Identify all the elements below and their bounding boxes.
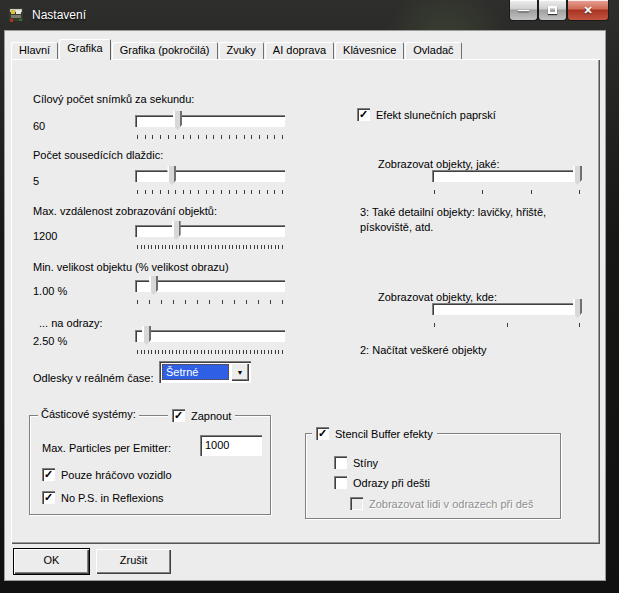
tab-grafika-pokro-il-[interactable]: Grafika (pokročilá) [112,42,218,60]
tab-strip: HlavníGrafikaGrafika (pokročilá)ZvukyAI … [11,39,463,60]
player-only-checkbox[interactable]: ✓ Pouze hráčovo vozidlo [42,468,172,481]
checkbox-label: Odrazy při dešti [353,477,430,489]
ok-button[interactable]: OK [14,549,89,574]
window-title: Nastavení [32,8,86,22]
slider-ticks [434,323,580,327]
slider-track[interactable] [135,115,285,127]
checkbox-box [350,497,363,510]
slider-ticks [137,245,283,249]
slider-thumb[interactable] [172,221,181,240]
slider-track[interactable] [432,303,582,315]
minimize-icon: — [518,4,529,16]
chevron-down-icon: ▼ [237,369,244,376]
slider-ticks [137,135,283,139]
title-bar[interactable]: Nastavení — ✕ [0,0,619,30]
objects-where-slider[interactable] [432,301,582,327]
checkbox-label: No P.S. in Reflexions [61,492,164,504]
tab-grafika[interactable]: Grafika [59,39,110,60]
slider-track[interactable] [135,330,285,342]
minsize-label: Min. velikost objektu (% velikost obrazu… [33,261,229,273]
distance-slider[interactable] [135,223,285,249]
slider-thumb[interactable] [573,166,582,185]
stencil-groupbox: ✓ Stencil Buffer efekty Stíny Odrazy při… [305,433,561,519]
slider-track[interactable] [135,225,285,237]
maximize-button[interactable] [538,0,567,21]
objects-what-slider[interactable] [432,168,582,194]
reflsize-label: ... na odrazy: [39,317,103,329]
app-tram-icon [8,7,26,23]
checkbox-label: Efekt slunečních paprskí [376,109,496,121]
checkbox-label: Zobrazovat lidi v odrazech při deš [369,498,533,510]
close-icon: ✕ [583,4,592,17]
checkbox-box[interactable]: ✓ [316,427,329,440]
shadows-checkbox[interactable]: Stíny [334,456,378,469]
slider-ticks [137,300,283,304]
maximize-icon [548,6,557,14]
slider-ticks [137,350,283,354]
tab-ovlada-[interactable]: Ovladač [405,42,461,60]
tab-kl-vesnice[interactable]: Klávesnice [335,42,404,60]
tiles-label: Počet sousedících dlaždic: [33,149,163,161]
fps-label: Cílový počet snímků za sekundu: [33,93,194,105]
particles-group-legend: Částicové systémy: [38,408,139,420]
distance-label: Max. vzdálenost zobrazování objektů: [33,205,217,217]
tab-page-grafika: Cílový počet snímků za sekundu: 60 Počet… [11,59,600,544]
reflsize-slider[interactable] [135,328,285,354]
minsize-slider[interactable] [135,278,285,304]
objects-where-description: 2: Načítat veškeré objekty [360,343,595,358]
checkbox-box[interactable]: ✓ [357,108,370,121]
minsize-value: 1.00 % [33,285,67,297]
slider-track[interactable] [432,170,582,182]
checkbox-box[interactable]: ✓ [172,409,185,422]
max-particles-label: Max. Particles per Emitter: [42,442,171,454]
checkbox-label: Pouze hráčovo vozidlo [61,469,172,481]
distance-value: 1200 [33,230,57,242]
tab-hlavn-[interactable]: Hlavní [11,42,58,60]
objects-what-description: 3: Také detailní objekty: lavičky, hřišt… [360,205,595,235]
reflections-label: Odlesky v reálném čase: [33,372,153,384]
reflsize-value: 2.50 % [33,335,67,347]
slider-thumb[interactable] [573,299,582,318]
reflections-selected-option: Šetrné [162,364,229,380]
close-button[interactable]: ✕ [567,0,609,21]
slider-ticks [137,190,283,194]
tab-zvuky[interactable]: Zvuky [219,42,264,60]
rain-reflections-checkbox[interactable]: Odrazy při dešti [334,476,430,489]
stencil-buffer-checkbox[interactable]: ✓ Stencil Buffer efekty [312,427,437,440]
minimize-button[interactable]: — [509,0,538,21]
checkbox-label: Stíny [353,457,378,469]
no-ps-reflexions-checkbox[interactable]: ✓ No P.S. in Reflexions [42,491,164,504]
tiles-value: 5 [33,175,39,187]
combo-dropdown-button[interactable]: ▼ [231,363,249,381]
slider-track[interactable] [135,170,285,182]
checkbox-label: Zapnout [191,410,231,422]
slider-ticks [434,190,580,194]
slider-thumb[interactable] [142,326,151,345]
cancel-button[interactable]: Zrušit [96,549,171,574]
particles-enable-checkbox[interactable]: ✓ Zapnout [168,409,235,422]
checkbox-box[interactable]: ✓ [42,491,55,504]
max-particles-input[interactable]: 1000 [200,435,262,456]
slider-thumb[interactable] [173,111,182,130]
reflections-combobox[interactable]: Šetrné ▼ [159,361,251,383]
settings-window: Nastavení — ✕ HlavníGrafikaGrafika (pokr… [0,0,619,593]
checkbox-box[interactable]: ✓ [42,468,55,481]
checkbox-box[interactable] [334,456,347,469]
checkbox-label: Stencil Buffer efekty [335,428,433,440]
sun-rays-checkbox[interactable]: ✓ Efekt slunečních paprskí [357,108,496,121]
rain-people-checkbox: Zobrazovat lidi v odrazech při deš [350,497,533,510]
particles-groupbox: Částicové systémy: ✓ Zapnout Max. Partic… [29,415,271,515]
checkbox-box[interactable] [334,476,347,489]
slider-thumb[interactable] [167,166,176,185]
fps-value: 60 [33,120,45,132]
dialog-client-area: HlavníGrafikaGrafika (pokročilá)ZvukyAI … [4,30,606,581]
fps-slider[interactable] [135,113,285,139]
tiles-slider[interactable] [135,168,285,194]
slider-thumb[interactable] [149,276,158,295]
tab-ai-doprava[interactable]: AI doprava [265,42,334,60]
